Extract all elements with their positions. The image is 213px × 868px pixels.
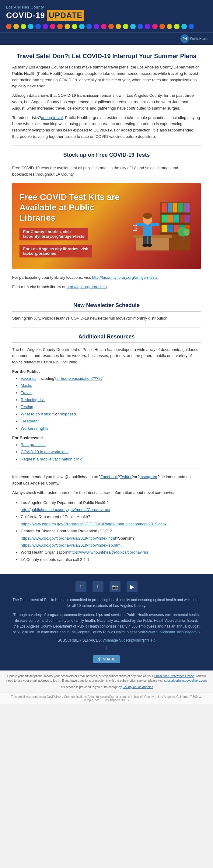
- masks-link[interactable]: Masks: [21, 383, 32, 388]
- svg-rect-17: [160, 223, 190, 225]
- instagram-link[interactable]: Instagram: [140, 474, 157, 479]
- travel-link[interactable]: Travel: [21, 391, 32, 395]
- svg-point-21: [183, 228, 189, 236]
- cdc-spanish-link[interactable]: https://www.cdc.gov/coronavirus/2019-nco…: [21, 543, 121, 548]
- header-dot: [108, 24, 114, 29]
- header-dot: [72, 24, 77, 29]
- public-resource-list: Vaccines, including?in-home vaccination?…: [12, 375, 201, 432]
- county-link[interactable]: County of Los Angeles: [123, 685, 153, 689]
- svg-rect-22: [133, 235, 172, 238]
- article-title: Travel Safe! Don?t Let COVID-19 Interrup…: [12, 52, 201, 60]
- footer-description: The Department of Public Health is commi…: [12, 597, 201, 609]
- footer-bottom: Update your subscriptions, modify your p…: [0, 671, 213, 692]
- header-dot: [13, 24, 19, 29]
- twitter-link[interactable]: Twitter: [120, 474, 131, 479]
- header-dot: [189, 24, 194, 29]
- header-dots-row: [6, 24, 207, 29]
- ph-logo-text: Public Health: [190, 37, 208, 40]
- svg-rect-7: [168, 214, 173, 222]
- article-para-2: Although data shows that COVID-19 transm…: [12, 93, 201, 112]
- business-resource-list: Best practices COVID-19 in the workplace…: [12, 441, 201, 463]
- library-illustration: TEST: [127, 199, 193, 253]
- tests-intro: Free COVID-19 tests are available at all…: [12, 165, 201, 178]
- reducing-risk-link[interactable]: Reducing risk: [21, 398, 45, 402]
- county-library-footer: For participating county library locatio…: [12, 275, 201, 281]
- list-item: California Department of Public Health? …: [21, 513, 201, 527]
- county-library-link[interactable]: http://lacountylibrary.org/antigen-tests: [92, 275, 158, 280]
- share-button-area: ⇧ SHARE: [12, 653, 201, 663]
- instagram-icon[interactable]: 📷: [110, 581, 121, 592]
- city-library-link[interactable]: http://lapl.org/branches: [66, 285, 106, 289]
- list-item: World Health Organization?https://www.wh…: [21, 549, 201, 556]
- workers-rights-link[interactable]: Workers? rights: [21, 426, 49, 431]
- svg-rect-16: [160, 213, 190, 215]
- support-link[interactable]: subscriberhelp.govdelivery.com: [164, 679, 207, 682]
- mobile-vaccination-link[interactable]: Request a mobile vaccination clinic: [21, 457, 82, 461]
- share-button[interactable]: ⇧ SHARE: [93, 655, 120, 663]
- svg-point-26: [143, 213, 152, 219]
- what-to-do-link[interactable]: What to do if sick?: [21, 412, 53, 416]
- svg-rect-1: [161, 203, 167, 212]
- tests-section-title: Stock up on Free COVID-19 Tests: [12, 152, 201, 161]
- list-item: Vaccines, including?in-home vaccination?…: [21, 375, 201, 382]
- header-dot: [167, 24, 172, 29]
- public-label: For the Public:: [12, 369, 201, 374]
- facebook-icon[interactable]: f: [75, 581, 86, 592]
- header-dot: [181, 24, 187, 29]
- list-item: Masks: [21, 382, 201, 389]
- footer-subscriber-text: SUBSCRIBER SERVICES: ?Manage Subscriptio…: [12, 638, 201, 643]
- list-item: Testing: [21, 403, 201, 410]
- header-dot: [101, 24, 106, 29]
- ph-logo: PH Public Health: [180, 34, 208, 43]
- header-dot: [145, 24, 150, 29]
- footer-service-text: This service is provided to you at no ch…: [6, 685, 207, 689]
- header-dot: [138, 24, 143, 29]
- who-link[interactable]: https://www.who.int/health-topics/corona…: [69, 550, 148, 555]
- subscriber-preferences-link[interactable]: Subscriber Preferences Page: [154, 675, 194, 678]
- divider-2: [12, 296, 201, 296]
- list-item: Travel: [21, 389, 201, 396]
- la-health-link[interactable]: http://publichealth.lacounty.gov/media/C…: [21, 507, 110, 512]
- youtube-icon[interactable]: ▶: [127, 581, 138, 592]
- banner-city-url[interactable]: lapl.org/branches: [23, 251, 89, 256]
- divider-4: [12, 468, 201, 468]
- header-dot: [35, 24, 41, 29]
- svg-rect-2: [168, 203, 172, 212]
- banner-county-url[interactable]: lacountylibrary.org/antigen-tests: [23, 234, 84, 239]
- list-item: COVID-19 in the workplace: [21, 448, 201, 455]
- help-link[interactable]: Help: [148, 638, 155, 643]
- svg-point-35: [147, 244, 152, 247]
- footer-dark: f t 📷 ▶ The Department of Public Health …: [0, 574, 213, 671]
- facebook-link[interactable]: Facebook: [100, 474, 118, 479]
- footer-website-link[interactable]: www.publichealth_lacounty.gov: [147, 630, 197, 634]
- header-dot: [174, 24, 180, 29]
- newsletter-section-title: New Newsletter Schedule: [12, 302, 201, 312]
- exposed-link[interactable]: exposed: [61, 412, 76, 416]
- cdc-link[interactable]: https://www.cdc.gov/coronavirus/2019-nco…: [21, 536, 116, 540]
- banner-city-label: For Los Angeles city libraries, visit: [23, 247, 89, 251]
- ca-health-link[interactable]: https://www.cdph.ca.gov/Programs/CID/DCD…: [21, 522, 167, 526]
- manage-subscriptions-link[interactable]: Manage Subscriptions: [105, 638, 141, 643]
- vaccines-link[interactable]: Vaccines: [21, 376, 36, 381]
- header-dot: [86, 24, 92, 29]
- banner-text-area: Free COVID Test Kits are Available at Pu…: [20, 192, 127, 260]
- sources-list: Los Angeles County Department of Public …: [12, 499, 201, 563]
- best-practices-link[interactable]: Best practices: [21, 442, 45, 447]
- twitter-icon[interactable]: t: [92, 581, 103, 592]
- header: Los Angeles County COVID-19 UPDATE: [0, 0, 213, 32]
- list-item: What to do if sick??or?exposed: [21, 410, 201, 417]
- footer-subscriber-char: ?: [12, 646, 201, 650]
- header-dot: [50, 24, 55, 29]
- list-item: Treatment: [21, 417, 201, 425]
- testing-link[interactable]: Testing: [21, 404, 33, 409]
- header-title-row: COVID-19 UPDATE: [6, 10, 207, 21]
- svg-rect-10: [185, 214, 189, 222]
- share-icon: ⇧: [97, 657, 101, 662]
- header-dot: [42, 24, 48, 29]
- during-travel-link[interactable]: during travel: [41, 115, 63, 120]
- in-home-vaccination-link[interactable]: in-home vaccination?????: [57, 376, 103, 381]
- covid-workplace-link[interactable]: COVID-19 in the workplace: [21, 450, 69, 454]
- list-item: Workers? rights: [21, 425, 201, 432]
- treatment-link[interactable]: Treatment: [21, 419, 39, 423]
- library-banner: Free COVID Test Kits are Available at Pu…: [12, 183, 201, 269]
